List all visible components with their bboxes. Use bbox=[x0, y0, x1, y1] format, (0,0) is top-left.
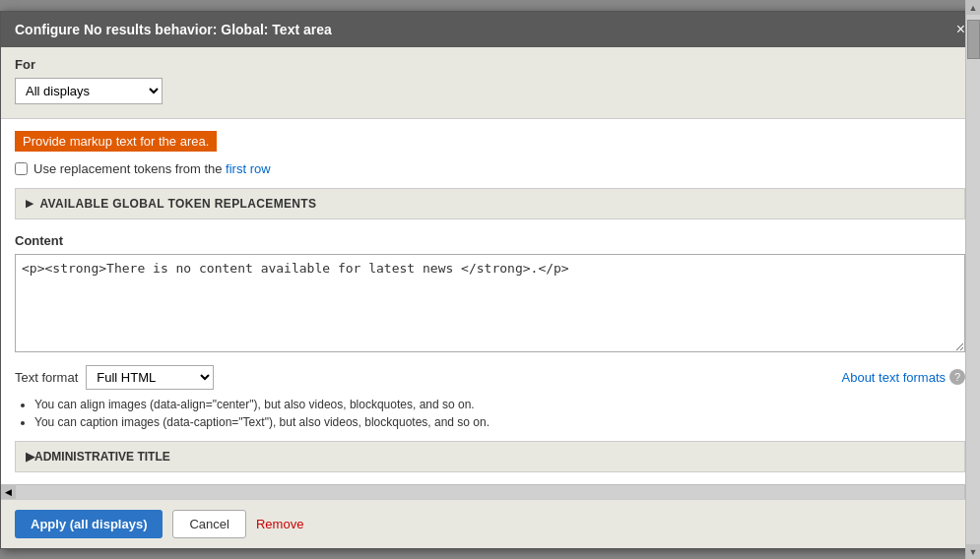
triangle-icon: ▶ bbox=[26, 198, 33, 209]
for-bar: For All displays bbox=[1, 47, 979, 119]
scroll-left-arrow[interactable]: ◀ bbox=[1, 484, 16, 499]
for-label: For bbox=[15, 57, 965, 72]
text-format-row: Text format Full HTML Basic HTML Plain t… bbox=[15, 365, 965, 390]
bottom-scrollbar[interactable]: ◀ ▶ bbox=[1, 484, 979, 499]
scroll-down-arrow[interactable]: ▼ bbox=[966, 544, 981, 559]
about-text-formats: About text formats ? bbox=[842, 369, 966, 385]
error-message: Provide markup text for the area. bbox=[15, 131, 217, 152]
text-format-label: Text format bbox=[15, 370, 78, 385]
format-hint-1: You can align images (data-align="center… bbox=[34, 398, 965, 411]
cancel-button[interactable]: Cancel bbox=[172, 510, 245, 538]
checkbox-row: Use replacement tokens from the first ro… bbox=[15, 161, 965, 176]
token-section-label: AVAILABLE GLOBAL TOKEN REPLACEMENTS bbox=[39, 197, 316, 211]
replacement-tokens-checkbox[interactable] bbox=[15, 162, 28, 175]
token-replacements-header[interactable]: ▶ AVAILABLE GLOBAL TOKEN REPLACEMENTS bbox=[16, 189, 964, 218]
remove-button[interactable]: Remove bbox=[256, 517, 303, 531]
scroll-track bbox=[966, 15, 980, 544]
admin-title-header[interactable]: ▶ ADMINISTRATIVE TITLE bbox=[16, 442, 964, 471]
admin-section-label: ADMINISTRATIVE TITLE bbox=[34, 450, 170, 464]
scroll-up-arrow[interactable]: ▲ bbox=[966, 0, 981, 15]
format-hints-list: You can align images (data-align="center… bbox=[15, 398, 965, 429]
format-hint-2: You can caption images (data-caption="Te… bbox=[34, 415, 965, 429]
modal-dialog: Configure No results behavior: Global: T… bbox=[0, 11, 980, 549]
for-select[interactable]: All displays bbox=[15, 78, 163, 104]
bottom-scroll-track bbox=[16, 485, 964, 499]
text-format-select[interactable]: Full HTML Basic HTML Plain text bbox=[86, 365, 214, 390]
content-label: Content bbox=[15, 233, 965, 248]
help-icon[interactable]: ? bbox=[949, 369, 965, 385]
modal-close-button[interactable]: × bbox=[956, 22, 965, 37]
scroll-handle[interactable] bbox=[967, 20, 980, 59]
about-text-formats-link[interactable]: About text formats bbox=[842, 370, 947, 385]
checkbox-label: Use replacement tokens from the bbox=[33, 161, 222, 176]
apply-button[interactable]: Apply (all displays) bbox=[15, 510, 163, 538]
modal-header: Configure No results behavior: Global: T… bbox=[1, 12, 979, 47]
token-replacements-section: ▶ AVAILABLE GLOBAL TOKEN REPLACEMENTS bbox=[15, 188, 965, 219]
modal-title: Configure No results behavior: Global: T… bbox=[15, 22, 332, 37]
admin-triangle-icon: ▶ bbox=[26, 450, 34, 464]
content-textarea[interactable]: <p><strong>There is no content available… bbox=[15, 254, 965, 352]
first-row-link[interactable]: first row bbox=[226, 161, 271, 176]
modal-footer: Apply (all displays) Cancel Remove bbox=[1, 499, 979, 548]
modal-body-wrapper: Provide markup text for the area. Use re… bbox=[1, 119, 979, 484]
right-scrollbar[interactable]: ▲ ▼ bbox=[965, 0, 980, 559]
admin-title-section: ▶ ADMINISTRATIVE TITLE bbox=[15, 441, 965, 472]
modal-body: Provide markup text for the area. Use re… bbox=[1, 119, 979, 484]
